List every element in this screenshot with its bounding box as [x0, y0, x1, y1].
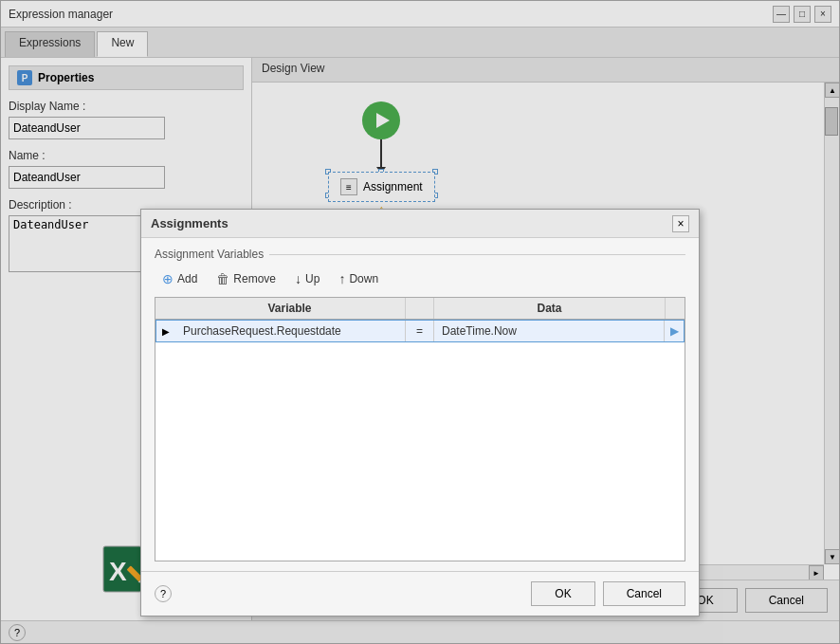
- add-icon: ⊕: [162, 271, 173, 286]
- down-icon: ↑: [338, 271, 345, 286]
- col-variable: Variable: [174, 298, 406, 319]
- table-header: Variable Data: [155, 298, 685, 320]
- up-label: Up: [305, 272, 320, 285]
- modal-footer: ? OK Cancel: [141, 571, 699, 616]
- add-label: Add: [177, 272, 197, 285]
- table-body: ▶ PurchaseRequest.Requestdate = DateTime…: [155, 320, 685, 561]
- remove-label: Remove: [233, 272, 276, 285]
- col-data: Data: [434, 298, 666, 319]
- up-icon: ↓: [295, 271, 301, 286]
- cell-variable: PurchaseRequest.Requestdate: [175, 321, 406, 341]
- up-button[interactable]: ↓ Up: [287, 268, 327, 289]
- section-label: Assignment Variables: [155, 248, 685, 261]
- row-arrow: ▶: [156, 326, 175, 337]
- assignments-dialog: Assignments × Assignment Variables ⊕ Add…: [140, 209, 700, 616]
- cell-action[interactable]: ▶: [665, 324, 684, 338]
- cell-equals: =: [406, 321, 434, 341]
- assignments-table: Variable Data ▶ PurchaseRequest.Requestd…: [155, 297, 685, 561]
- modal-title-bar: Assignments ×: [141, 210, 699, 238]
- modal-ok-button[interactable]: OK: [531, 581, 594, 606]
- add-button[interactable]: ⊕ Add: [155, 268, 205, 289]
- modal-cancel-button[interactable]: Cancel: [603, 581, 685, 606]
- edit-icon: ▶: [670, 324, 679, 338]
- col-equals: [406, 298, 434, 319]
- down-label: Down: [349, 272, 378, 285]
- modal-close-button[interactable]: ×: [672, 215, 689, 232]
- remove-button[interactable]: 🗑 Remove: [209, 268, 283, 289]
- cell-data: DateTime.Now: [434, 321, 665, 341]
- modal-overlay: Assignments × Assignment Variables ⊕ Add…: [0, 0, 840, 644]
- main-window: Expression manager — □ × Expressions New…: [0, 0, 840, 644]
- col-action-spacer: [666, 298, 685, 319]
- remove-icon: 🗑: [216, 271, 229, 286]
- modal-title: Assignments: [151, 216, 228, 230]
- table-row[interactable]: ▶ PurchaseRequest.Requestdate = DateTime…: [155, 320, 685, 342]
- down-button[interactable]: ↑ Down: [331, 268, 386, 289]
- header-spacer: [155, 298, 174, 319]
- modal-help-icon[interactable]: ?: [155, 585, 172, 602]
- modal-body: Assignment Variables ⊕ Add 🗑 Remove ↓ Up: [141, 238, 699, 571]
- modal-footer-buttons: OK Cancel: [531, 581, 685, 606]
- modal-toolbar: ⊕ Add 🗑 Remove ↓ Up ↑ Down: [155, 268, 685, 289]
